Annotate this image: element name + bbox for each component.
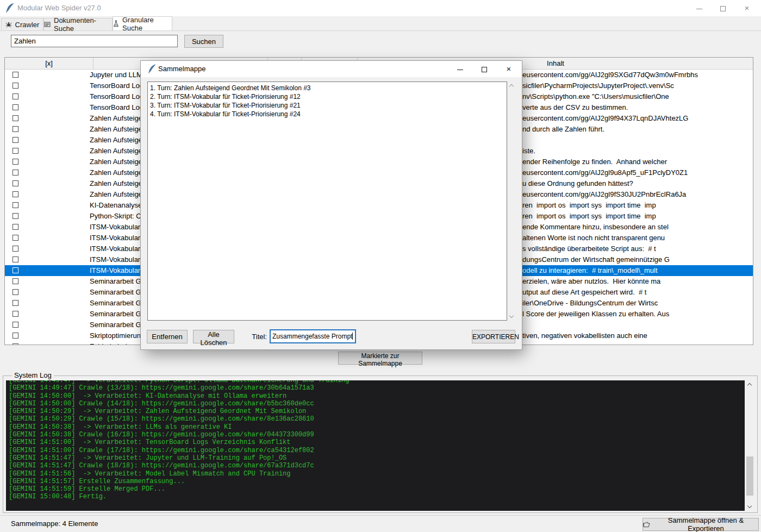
row-checkbox[interactable] [13,191,18,197]
row-content: utput auf diese Art gespeichert wird. # … [522,287,751,298]
collection-item[interactable]: 3. Turn: ITSM-Vokabular für Ticket-Prior… [150,101,507,110]
log-line: [GEMINI 14:51:59] Erstelle Merged PDF... [9,485,745,493]
row-content: iler\OneDrive - BildungsCentrum der Wirt… [522,298,751,309]
dialog-title: Sammelmappe [158,61,205,77]
row-checkbox[interactable] [13,311,18,317]
row-checkbox[interactable] [13,213,18,219]
tab-label: Crawler [15,21,40,29]
row-checkbox[interactable] [13,202,18,208]
collection-listbox[interactable]: 1. Turn: Zahlen Aufsteigend Geordnet Mit… [147,82,507,321]
tab-label: Dokumenten-Suche [54,16,112,33]
row-checkbox[interactable] [13,235,18,241]
row-content: nv\Scripts\python.exe "C:\Users\musicfil… [522,91,751,102]
row-content: s vollständige überarbeitete Script aus:… [522,243,751,254]
log-line: [GEMINI 14:49:47] Crawle (13/18): https:… [9,384,745,392]
header-checkbox-column[interactable]: [x] [5,58,93,70]
row-content [522,320,751,330]
row-checkbox[interactable] [13,126,18,132]
log-line: [GEMINI 14:50:29] Crawle (15/18): https:… [9,415,745,423]
titlebar: Modular Web Spider v27.0 × [0,0,761,16]
maximize-button[interactable] [711,0,735,16]
row-checkbox[interactable] [13,246,18,252]
feather-app-icon [148,64,156,74]
row-checkbox[interactable] [13,104,18,110]
log-line: [GEMINI 14:51:00] -> Verarbeitet: Tensor… [9,439,745,446]
dialog-maximize-button[interactable] [472,61,496,77]
row-content: odell zu interagieren: # train\_modell\_… [522,265,751,276]
row-content: ren import os import sys import time imp [522,200,751,211]
row-content: ender Reihenfolge zu finden. Anhand welc… [522,157,751,167]
open-export-label: Sammelmappe öffnen & Exportieren [653,516,758,532]
feather-app-icon [5,3,14,13]
row-content [522,135,751,146]
row-checkbox[interactable] [13,148,18,154]
tab-crawler[interactable]: Crawler [1,18,43,30]
log-line: [GEMINI 14:50:00] Crawle (14/18): https:… [9,400,745,408]
row-content: ende Kommentare hinzu, insbesondere an s… [522,222,751,233]
row-checkbox[interactable] [13,322,18,328]
row-content: nd durch alle Zahlen führt. [522,124,751,135]
collection-count-status: Sammelmappe: 4 Elemente [11,516,98,532]
row-content: tiven, negativen vokabellisten auch eine [522,330,751,341]
log-line: [GEMINI 14:51:56] -> Verarbeitet: Model … [9,470,745,478]
row-checkbox[interactable] [13,343,18,345]
dialog-titlebar: Sammelmappe × [141,61,522,77]
scroll-up-icon[interactable] [747,383,752,387]
collection-item[interactable]: 4. Turn: ITSM-Vokabular für Ticket-Prior… [150,110,507,118]
scroll-down-icon[interactable] [747,504,752,508]
log-line: [GEMINI 14:50:38] -> Verarbeitet: LLMs a… [9,423,745,431]
row-content: u diese Ordnung gefunden hättest? [522,178,751,189]
row-checkbox[interactable] [13,83,18,89]
log-console: [GEMINI 14:49:47] -> Verarbeitet: Python… [6,380,745,511]
add-marked-to-collection-button[interactable]: Markierte zur Sammelmappe [338,352,422,365]
tab-granulare-suche[interactable]: Granulare Suche [113,16,172,30]
log-line: [GEMINI 14:50:29] -> Verarbeitet: Zahlen… [9,408,745,415]
row-checkbox[interactable] [13,300,18,306]
row-checkbox[interactable] [13,180,18,186]
tab-label: Granulare Suche [122,16,172,32]
log-line: [GEMINI 14:51:57] Erstelle Zusammenfassu… [9,478,745,485]
row-checkbox[interactable] [13,333,18,339]
row-checkbox[interactable] [13,159,18,165]
titel-label: Titel: [247,330,267,343]
export-button[interactable]: EXPORTIEREN [472,330,515,343]
log-line: [GEMINI 14:50:38] Crawle (16/18): https:… [9,431,745,439]
dialog-list-scrollbar[interactable] [508,82,515,321]
collection-item[interactable]: 2. Turn: ITSM-Vokabular für Ticket-Prior… [150,92,507,101]
row-checkbox[interactable] [13,115,18,121]
dialog-minimize-button[interactable] [448,61,472,77]
log-line: [GEMINI 15:00:48] Fertig. [9,493,745,500]
row-checkbox[interactable] [13,72,18,78]
row-checkbox[interactable] [13,256,18,262]
scrollbar-thumb[interactable] [746,456,753,496]
close-button[interactable]: × [735,0,759,16]
window-title: Modular Web Spider v27.0 [17,0,101,16]
titel-input[interactable]: Zusammengefasste Prompt [270,330,355,343]
scroll-up-icon[interactable] [509,84,514,89]
row-checkbox[interactable] [13,267,18,273]
row-content [522,341,751,345]
text-caret [352,333,353,340]
search-input[interactable]: Zahlen [11,35,178,47]
dialog-close-button[interactable]: × [497,61,521,77]
log-line: [GEMINI 14:51:00] Crawle (17/18): https:… [9,447,745,454]
documents-icon [44,21,51,28]
row-checkbox[interactable] [13,170,18,176]
row-checkbox[interactable] [13,224,18,230]
row-content: erzielen, wäre aber nutzlos. Hier könnte… [522,276,751,287]
row-checkbox[interactable] [13,278,18,284]
collection-item[interactable]: 1. Turn: Zahlen Aufsteigend Geordnet Mit… [150,84,507,92]
tab-dokumenten-suche[interactable]: Dokumenten-Suche [43,18,113,30]
search-button[interactable]: Suchen [184,35,223,48]
clear-all-button[interactable]: Alle Löschen [193,330,234,343]
minimize-button[interactable] [687,0,711,16]
scroll-down-icon[interactable] [509,314,514,318]
row-checkbox[interactable] [13,289,18,295]
system-log-label: System Log [12,371,54,379]
row-checkbox[interactable] [13,137,18,143]
tab-bar: Crawler Dokumenten-Suche Granulare Suche [0,16,761,31]
log-scrollbar[interactable] [746,380,754,511]
row-checkbox[interactable] [13,93,18,99]
remove-button[interactable]: Entfernen [147,330,188,343]
open-export-collection-button[interactable]: Sammelmappe öffnen & Exportieren [643,518,759,531]
